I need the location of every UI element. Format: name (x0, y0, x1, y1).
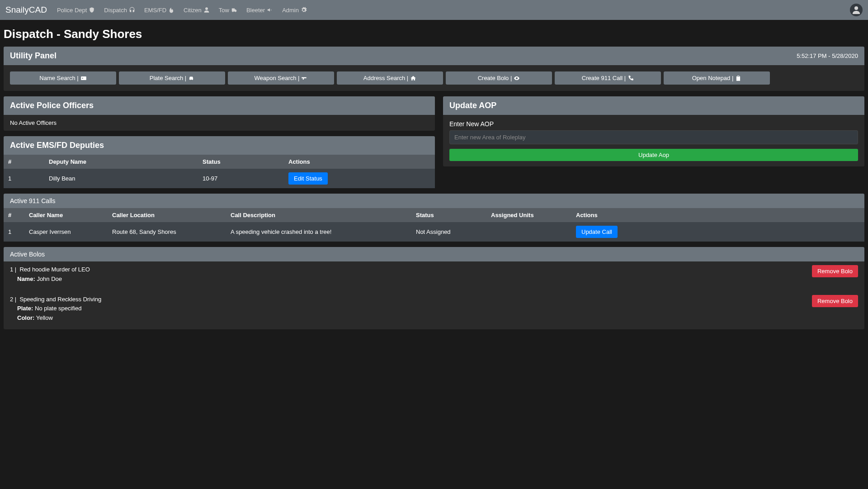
table-row: 1 Casper Iverrsen Route 68, Sandy Shores… (4, 222, 864, 242)
aop-label: Enter New AOP (449, 120, 858, 128)
button-label: Open Notepad | (692, 75, 734, 81)
bolo-text: 2 | Speeding and Reckless Driving Plate:… (10, 295, 101, 323)
address-search-button[interactable]: Address Search | (337, 71, 443, 85)
nav-label: EMS/FD (144, 7, 166, 14)
megaphone-icon (267, 7, 273, 13)
cell-caller: Casper Iverrsen (24, 222, 108, 242)
timestamp: 5:52:17 PM - 5/28/2020 (797, 52, 858, 59)
cell-num: 1 (4, 169, 44, 188)
nav-label: Citizen (184, 7, 202, 14)
col-caller: Caller Name (24, 208, 108, 222)
cell-actions: Edit Status (284, 169, 435, 188)
clipboard-icon (735, 75, 741, 81)
aop-card: Update AOP Enter New AOP Update Aop (443, 96, 864, 166)
bolo-text: 1 | Red hoodie Murder of LEO Name: John … (10, 265, 90, 284)
fire-icon (168, 7, 175, 13)
create-bolo-button[interactable]: Create Bolo | (446, 71, 552, 85)
weapon-search-button[interactable]: Weapon Search | (228, 71, 334, 85)
svg-point-2 (82, 77, 83, 78)
remove-bolo-button[interactable]: Remove Bolo (812, 265, 858, 277)
user-icon (851, 5, 862, 15)
nav-bleeter[interactable]: Bleeter (244, 5, 276, 15)
col-units: Assigned Units (486, 208, 571, 222)
main-container: Dispatch - Sandy Shores Utility Panel 5:… (0, 20, 868, 338)
name-search-button[interactable]: Name Search | (10, 71, 116, 85)
deputies-table: # Deputy Name Status Actions 1 Dilly Bea… (4, 155, 435, 188)
nav-label: Dispatch (104, 7, 127, 14)
person-icon (203, 7, 210, 13)
create-911-button[interactable]: Create 911 Call | (555, 71, 661, 85)
button-label: Address Search | (363, 75, 408, 81)
nav-police-dept[interactable]: Police Dept (54, 5, 98, 15)
cell-num: 1 (4, 222, 24, 242)
button-label: Plate Search | (150, 75, 186, 81)
svg-point-0 (854, 6, 858, 10)
open-notepad-button[interactable]: Open Notepad | (664, 71, 770, 85)
user-avatar[interactable] (850, 4, 863, 16)
nav-admin[interactable]: Admin (279, 5, 310, 15)
aop-body: Enter New AOP Update Aop (443, 115, 864, 166)
officers-card: Active Police Officers No Active Officer… (4, 96, 435, 131)
middle-row: Active Police Officers No Active Officer… (4, 96, 864, 194)
button-label: Name Search | (39, 75, 78, 81)
remove-bolo-button[interactable]: Remove Bolo (812, 295, 858, 307)
utility-body: Name Search | Plate Search | Weapon Sear… (4, 65, 864, 91)
officers-empty: No Active Officers (4, 115, 435, 131)
headset-icon (129, 7, 135, 13)
home-icon (410, 75, 416, 81)
cell-status: Not Assigned (411, 222, 486, 242)
cell-desc: A speeding vehicle crashed into a tree! (226, 222, 411, 242)
officers-title: Active Police Officers (10, 101, 94, 110)
update-call-button[interactable]: Update Call (576, 226, 618, 238)
bolos-header: Active Bolos (4, 247, 864, 261)
col-num: # (4, 208, 24, 222)
nav-label: Bleeter (246, 7, 265, 14)
nav-citizen[interactable]: Citizen (181, 5, 212, 15)
button-label: Create 911 Call | (582, 75, 626, 81)
utility-title: Utility Panel (10, 51, 57, 61)
utility-header: Utility Panel 5:52:17 PM - 5/28/2020 (4, 47, 864, 65)
update-aop-button[interactable]: Update Aop (449, 149, 858, 161)
bolos-title: Active Bolos (10, 251, 45, 258)
bolo-field: Color: Yellow (10, 313, 101, 323)
nav-tow[interactable]: Tow (216, 5, 240, 15)
bolo-line: 2 | Speeding and Reckless Driving (10, 295, 101, 304)
nav-label: Admin (282, 7, 299, 14)
page-title: Dispatch - Sandy Shores (4, 27, 864, 41)
eye-icon (514, 75, 520, 81)
col-actions: Actions (571, 208, 864, 222)
brand[interactable]: SnailyCAD (5, 5, 47, 15)
utility-panel: Utility Panel 5:52:17 PM - 5/28/2020 Nam… (4, 47, 864, 91)
aop-input[interactable] (449, 130, 858, 144)
nav-label: Tow (219, 7, 229, 14)
bolo-line: 1 | Red hoodie Murder of LEO (10, 265, 90, 275)
calls-card: Active 911 Calls # Caller Name Caller Lo… (4, 194, 864, 242)
col-left: Active Police Officers No Active Officer… (4, 96, 435, 194)
col-actions: Actions (284, 155, 435, 169)
officers-header: Active Police Officers (4, 96, 435, 115)
nav-ems-fd[interactable]: EMS/FD (142, 5, 177, 15)
calls-header: Active 911 Calls (4, 194, 864, 208)
gear-icon (301, 7, 307, 13)
bolo-item: 1 | Red hoodie Murder of LEO Name: John … (4, 261, 864, 286)
button-label: Weapon Search | (255, 75, 300, 81)
utility-buttons: Name Search | Plate Search | Weapon Sear… (10, 71, 858, 85)
phone-icon (627, 75, 634, 81)
bolos-body: 1 | Red hoodie Murder of LEO Name: John … (4, 261, 864, 329)
plate-search-button[interactable]: Plate Search | (119, 71, 225, 85)
col-location: Caller Location (108, 208, 226, 222)
nav-dispatch[interactable]: Dispatch (101, 5, 138, 15)
cell-name: Dilly Bean (44, 169, 198, 188)
cell-actions: Update Call (571, 222, 864, 242)
edit-status-button[interactable]: Edit Status (288, 172, 328, 185)
bolo-field: Name: John Doe (10, 275, 90, 284)
truck-icon (231, 7, 237, 13)
deputies-header: Active EMS/FD Deputies (4, 136, 435, 155)
nav-label: Police Dept (57, 7, 87, 14)
button-label: Create Bolo | (478, 75, 512, 81)
bolo-item: 2 | Speeding and Reckless Driving Plate:… (4, 291, 864, 325)
cell-location: Route 68, Sandy Shores (108, 222, 226, 242)
car-icon (188, 75, 194, 81)
col-right: Update AOP Enter New AOP Update Aop (443, 96, 864, 172)
deputies-card: Active EMS/FD Deputies # Deputy Name Sta… (4, 136, 435, 188)
